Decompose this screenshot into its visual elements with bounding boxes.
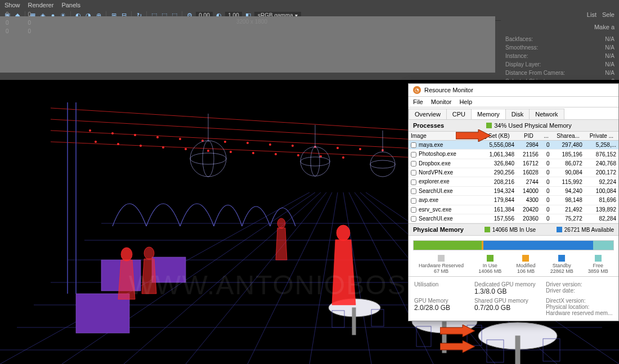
- maya-menubar[interactable]: Show Renderer Panels: [0, 0, 619, 10]
- gpu-shared-value: 0.7/20.0 GB: [474, 304, 541, 312]
- svg-point-34: [337, 147, 339, 149]
- resmon-titlebar[interactable]: ◔ Resource Monitor: [409, 84, 618, 97]
- row-checkbox[interactable]: [411, 188, 416, 194]
- svg-rect-65: [152, 257, 186, 282]
- tab-select[interactable]: Sele: [602, 11, 614, 18]
- col-header[interactable]: Image: [409, 132, 459, 141]
- tab-network[interactable]: Network: [529, 109, 564, 119]
- svg-rect-68: [352, 308, 356, 335]
- table-row[interactable]: SearchUI.exe194,32414000094,240100,084: [409, 186, 618, 195]
- stat-row: Display Layer:N/A: [502, 60, 618, 69]
- svg-point-24: [111, 132, 114, 134]
- table-row[interactable]: explorer.exe208,21627440115,99292,224: [409, 177, 618, 186]
- row-checkbox[interactable]: [411, 216, 416, 222]
- svg-point-37: [95, 141, 97, 143]
- tab-cpu[interactable]: CPU: [446, 109, 472, 119]
- row-checkbox[interactable]: [411, 170, 416, 176]
- col-header[interactable]: Private ...: [585, 132, 618, 141]
- driver-date: Driver date:: [546, 287, 613, 294]
- svg-point-25: [134, 134, 136, 136]
- resource-monitor-window[interactable]: ◔ Resource Monitor File Monitor Help Ove…: [408, 83, 619, 321]
- svg-point-23: [89, 129, 91, 132]
- gpu-mem-value: 2.0/28.0 GB: [414, 304, 470, 312]
- row-checkbox[interactable]: [411, 152, 416, 158]
- table-row[interactable]: avp.exe179,8444300098,14881,696: [409, 196, 618, 205]
- tab-overview[interactable]: Overview: [409, 109, 447, 119]
- row-checkbox[interactable]: [411, 198, 416, 204]
- row-checkbox[interactable]: [411, 142, 416, 148]
- svg-point-27: [179, 138, 181, 140]
- svg-point-43: [230, 151, 232, 153]
- svg-point-31: [269, 143, 271, 146]
- gpu-mem-label: GPU Memory: [414, 298, 470, 304]
- svg-point-41: [185, 148, 187, 150]
- col-header[interactable]: Sharea...: [551, 132, 584, 141]
- svg-point-80: [144, 247, 154, 259]
- row-checkbox[interactable]: [411, 161, 416, 167]
- svg-point-38: [117, 143, 119, 145]
- resmon-menu[interactable]: File Monitor Help: [409, 97, 618, 107]
- stat-row: Smoothness:N/A: [502, 43, 618, 52]
- table-row[interactable]: NordVPN.exe290,25616028090,084200,172: [409, 168, 618, 177]
- processes-title: Processes: [413, 122, 444, 129]
- row-checkbox[interactable]: [411, 207, 416, 213]
- table-row[interactable]: esrv_svc.exe161,38420420021,492139,892: [409, 205, 618, 214]
- svg-point-42: [207, 150, 209, 152]
- physmem-title: Physical Memory: [413, 226, 464, 233]
- svg-rect-72: [515, 336, 520, 364]
- led-icon: [486, 123, 492, 128]
- tab-disk[interactable]: Disk: [505, 109, 530, 119]
- processes-header[interactable]: Processes 34% Used Physical Memory: [409, 119, 618, 132]
- menu-show[interactable]: Show: [5, 2, 20, 8]
- svg-point-46: [297, 154, 299, 156]
- resmon-menu-file[interactable]: File: [413, 98, 423, 105]
- resmon-menu-help[interactable]: Help: [459, 98, 472, 105]
- table-row[interactable]: maya.exe5,556,08429840297,4805,258,...: [409, 141, 618, 150]
- legend-item: Hardware Reserved67 MB: [419, 255, 464, 274]
- svg-point-26: [156, 136, 159, 138]
- resmon-title-text: Resource Monitor: [424, 87, 473, 93]
- resmon-tabs[interactable]: Overview CPU Memory Disk Network: [409, 107, 618, 119]
- col-header[interactable]: ...: [541, 132, 552, 141]
- gpu-ded-value: 1.3/8.0 GB: [474, 287, 541, 295]
- make-link[interactable]: Make a: [501, 21, 619, 33]
- row-checkbox[interactable]: [411, 179, 416, 185]
- resmon-menu-monitor[interactable]: Monitor: [431, 98, 452, 105]
- resmon-icon: ◔: [413, 86, 421, 94]
- legend-item: Modified106 MB: [516, 255, 535, 274]
- gpu-ded-label: Dedicated GPU memory: [474, 281, 541, 287]
- process-table[interactable]: ImageWorking Set (KB)PID...Sharea...Priv…: [409, 132, 618, 223]
- used-phys-label: 34% Used Physical Memory: [494, 122, 572, 129]
- hw-res: Hardware reserved mem...: [546, 310, 613, 316]
- col-header[interactable]: PID: [517, 132, 541, 141]
- physmem-inuse: 14066 MB In Use: [492, 227, 536, 233]
- svg-point-30: [246, 142, 249, 144]
- legend-item: Free3859 MB: [588, 255, 608, 274]
- table-row[interactable]: Dropbox.exe326,84016712086,072240,768: [409, 159, 618, 168]
- led-icon: [485, 227, 490, 232]
- physmem-header[interactable]: Physical Memory 14066 MB In Use 26721 MB…: [409, 223, 618, 236]
- legend-item: Standby22862 MB: [550, 255, 573, 274]
- status-readout: 00 00 00: [6, 10, 31, 35]
- table-row[interactable]: Photoshop.exe1,061,348211560185,196876,1…: [409, 150, 618, 159]
- gpu-section: Utilisation Dedicated GPU memory1.3/8.0 …: [409, 276, 618, 321]
- svg-rect-70: [442, 322, 446, 353]
- tab-list[interactable]: List: [587, 11, 596, 18]
- tab-memory[interactable]: Memory: [471, 109, 506, 119]
- table-row[interactable]: SearchUI.exe157,55620360075,27282,284: [409, 214, 618, 223]
- svg-point-81: [337, 225, 350, 241]
- led-icon: [557, 227, 562, 232]
- gpu-shared-label: Shared GPU memory: [474, 298, 541, 304]
- attribute-panel: List Sele Make a Backfaces:N/ASmoothness…: [501, 10, 619, 88]
- svg-point-82: [277, 218, 285, 228]
- dx-ver: DirectX version:: [546, 298, 613, 304]
- stat-row: Backfaces:N/A: [502, 35, 618, 43]
- menu-panels[interactable]: Panels: [61, 2, 80, 8]
- svg-rect-66: [76, 294, 129, 333]
- memory-legend: Hardware Reserved67 MBIn Use14066 MBModi…: [409, 255, 618, 276]
- svg-point-79: [121, 248, 132, 261]
- svg-point-32: [291, 145, 294, 147]
- svg-point-48: [342, 156, 344, 159]
- col-header[interactable]: Working Set (KB): [459, 132, 517, 141]
- menu-renderer[interactable]: Renderer: [28, 2, 54, 8]
